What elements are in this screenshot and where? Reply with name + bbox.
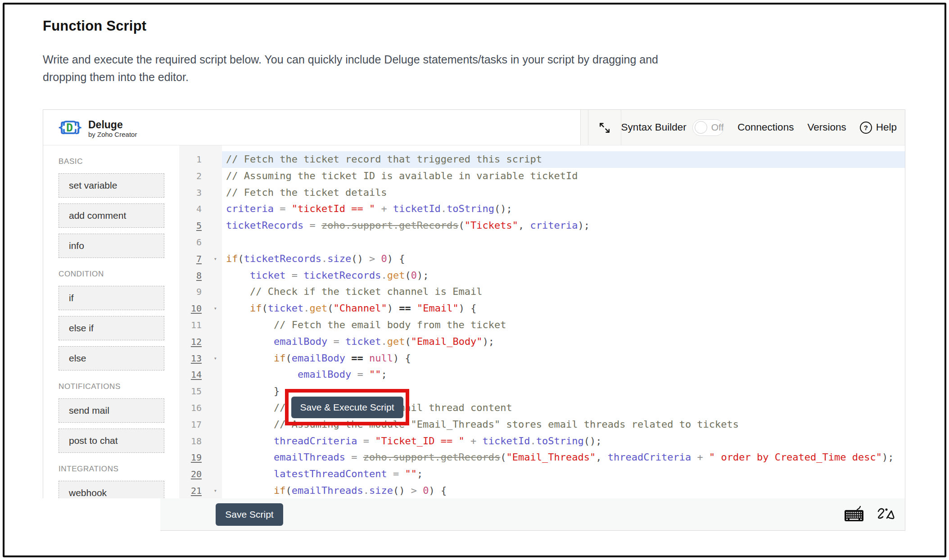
white-mask-annotation	[38, 498, 160, 549]
statement-webhook[interactable]: webhook	[59, 481, 164, 499]
help-button[interactable]: ? Help	[860, 122, 897, 134]
line-number: 15	[179, 383, 222, 400]
expand-diagonal-icon[interactable]	[598, 121, 611, 135]
code-line	[222, 234, 905, 251]
editor-toolbar: { } D Deluge by Zoho Creator	[43, 110, 905, 145]
code-line: // Check if the ticket channel is Email	[222, 284, 905, 300]
code-line: threadCriteria = "Ticket_ID == " + ticke…	[222, 433, 905, 450]
sidebar-section-label: INTEGRATIONS	[59, 465, 179, 474]
brand-byline: by Zoho Creator	[88, 131, 137, 138]
statement-set-variable[interactable]: set variable	[59, 173, 164, 198]
statement-else-if[interactable]: else if	[59, 316, 164, 340]
sidebar-section-label: BASIC	[59, 157, 179, 166]
toolbar-divider	[588, 110, 588, 145]
line-number: 19	[179, 449, 222, 466]
save-script-button[interactable]: Save Script	[216, 503, 283, 526]
line-number: 21▾	[179, 483, 222, 499]
code-line: // Fetch the ticket details	[222, 185, 905, 201]
line-number: 7▾	[179, 251, 222, 267]
page-description-line2: dropping them into the editor.	[43, 68, 658, 86]
question-circle-icon: ?	[860, 122, 872, 134]
statements-sidebar: BASICset variableadd commentinfoCONDITIO…	[43, 145, 179, 499]
svg-text:}: }	[74, 119, 82, 135]
highlight-annotation-box: Save & Execute Script	[285, 389, 409, 425]
line-number: 12	[179, 334, 222, 350]
fold-arrow-icon[interactable]: ▾	[214, 483, 217, 499]
line-number: 18	[179, 433, 222, 450]
svg-text:D: D	[66, 121, 73, 134]
code-line: emailThreads = zoho.support.getRecords("…	[222, 449, 905, 466]
code-line: ticketRecords = zoho.support.getRecords(…	[222, 217, 905, 234]
sidebar-section-label: NOTIFICATIONS	[59, 382, 179, 391]
code-line: emailBody = ticket.get("Email_Body");	[222, 334, 905, 350]
editor-body: BASICset variableadd commentinfoCONDITIO…	[43, 145, 905, 499]
code-editor[interactable]: // Fetch the ticket record that triggere…	[222, 145, 905, 499]
versions-button[interactable]: Versions	[807, 122, 846, 133]
statement-else[interactable]: else	[59, 346, 164, 370]
line-number: 14	[179, 366, 222, 383]
line-number: 20	[179, 466, 222, 483]
deluge-editor-panel: { } D Deluge by Zoho Creator	[43, 109, 905, 531]
code-line: criteria = "ticketId == " + ticketId.toS…	[222, 201, 905, 217]
line-number: 2	[179, 168, 222, 185]
statement-if[interactable]: if	[59, 286, 164, 310]
page-description: Write and execute the required script be…	[43, 51, 658, 86]
help-label: Help	[876, 122, 897, 133]
connections-button[interactable]: Connections	[737, 122, 794, 133]
deluge-logo-icon: { } D	[58, 115, 82, 141]
line-number: 17	[179, 416, 222, 433]
fold-arrow-icon[interactable]: ▾	[214, 350, 217, 367]
zia-icon[interactable]	[875, 506, 899, 524]
code-line: if(emailThreads.size() > 0) {	[222, 483, 905, 499]
line-number: 16	[179, 400, 222, 416]
sidebar-section-label: CONDITION	[59, 270, 179, 279]
line-number: 4	[179, 201, 222, 217]
statement-send-mail[interactable]: send mail	[59, 398, 164, 423]
statement-add-comment[interactable]: add comment	[59, 203, 164, 228]
syntax-builder-label: Syntax Builder	[621, 122, 687, 133]
line-number: 11	[179, 317, 222, 334]
deluge-brand: { } D Deluge by Zoho Creator	[58, 115, 137, 141]
keyboard-icon[interactable]	[844, 506, 864, 524]
toggle-state-label: Off	[711, 122, 724, 133]
toolbar-controls: Syntax Builder Off Connections Versions …	[621, 110, 905, 145]
statement-info[interactable]: info	[59, 234, 164, 258]
code-line: emailBody = "";	[222, 366, 905, 383]
save-execute-script-button[interactable]: Save & Execute Script	[291, 397, 403, 418]
page-title: Function Script	[43, 18, 146, 34]
syntax-builder-toggle[interactable]: Off	[692, 119, 724, 136]
code-line: if(emailBody == null) {	[222, 350, 905, 367]
line-number: 10▾	[179, 300, 222, 317]
fold-arrow-icon[interactable]: ▾	[214, 251, 217, 267]
line-number: 8	[179, 267, 222, 284]
code-line: // Assuming the ticket ID is available i…	[222, 168, 905, 185]
svg-text:{: {	[58, 119, 66, 135]
code-line: if(ticketRecords.size() > 0) {	[222, 251, 905, 267]
line-number: 3	[179, 185, 222, 201]
code-line: // Fetch the email body from the ticket	[222, 317, 905, 334]
line-number: 1	[179, 151, 222, 168]
toggle-knob	[695, 121, 707, 134]
editor-footer: Save Script Save & Execute Script	[43, 498, 905, 530]
line-number: 13▾	[179, 350, 222, 367]
statement-post-to-chat[interactable]: post to chat	[59, 429, 164, 453]
page-description-line1: Write and execute the required script be…	[43, 51, 658, 68]
line-number-gutter: 1234567▾8910▾111213▾1415161718192021▾	[179, 145, 222, 499]
line-number: 6	[179, 234, 222, 251]
screenshot-frame: Function Script Write and execute the re…	[3, 3, 946, 557]
code-line: // Fetch the ticket record that triggere…	[222, 151, 905, 168]
line-number: 5	[179, 217, 222, 234]
code-line: latestThreadContent = "";	[222, 466, 905, 483]
line-number: 9	[179, 284, 222, 300]
fold-arrow-icon[interactable]: ▾	[214, 300, 217, 317]
brand-name: Deluge	[88, 119, 137, 131]
code-line: ticket = ticketRecords.get(0);	[222, 267, 905, 284]
code-line: if(ticket.get("Channel") == "Email") {	[222, 300, 905, 317]
